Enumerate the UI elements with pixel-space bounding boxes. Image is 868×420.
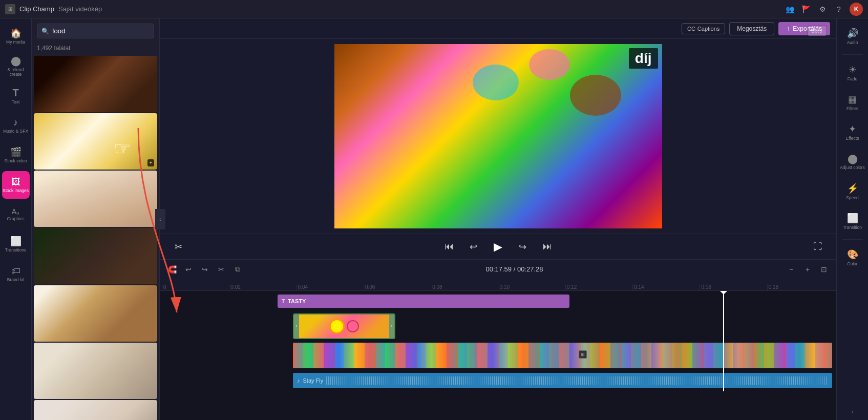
flag-icon[interactable]: 🚩 xyxy=(800,4,812,15)
cut-button[interactable]: ✂ xyxy=(215,263,227,276)
right-panel-item-filters[interactable]: ▦ Filters xyxy=(839,89,866,116)
clip-thumbnail xyxy=(299,314,389,338)
video-overlay-text: díj xyxy=(629,48,658,69)
transition-icon: ⬜ xyxy=(847,213,858,224)
timeline-ruler: 0 0:02 0:04 0:06 0:08 0:10 0:12 0:14 0:1… xyxy=(160,279,836,291)
record-icon: ⬤ xyxy=(11,55,21,67)
right-panel-item-color[interactable]: 🎨 Color xyxy=(839,244,866,271)
share-button[interactable]: Megosztás xyxy=(729,22,774,35)
play-button[interactable]: ▶ xyxy=(490,239,506,255)
video-clip-track: ⋮ ⋮ xyxy=(160,311,836,341)
right-panel-item-fade[interactable]: ☀ Fade xyxy=(839,59,866,87)
right-panel-item-effects[interactable]: ✦ Effects xyxy=(839,118,866,146)
clip-handle-left[interactable]: ⋮ xyxy=(294,314,299,338)
search-area: 🔍 xyxy=(32,18,159,44)
ruler-mark: 0:06 xyxy=(364,284,431,290)
separator-2 xyxy=(842,239,863,240)
sidebar-item-brand-kit[interactable]: 🏷 Brand kit xyxy=(2,260,30,288)
topbar: ⊞ Clip Champ Saját videókép 👥 🚩 ⚙ ? K xyxy=(0,0,868,18)
brand-kit-label: Brand kit xyxy=(7,278,25,282)
color-icon: 🎨 xyxy=(847,249,858,260)
audio-track-bar[interactable]: ♪ Stay Fly xyxy=(293,373,832,388)
clip-handle-right[interactable]: ⋮ xyxy=(389,314,394,338)
video-split-marker: ⊞ xyxy=(578,341,588,368)
my-media-icon: 🏠 xyxy=(10,28,22,39)
duplicate-button[interactable]: ⧉ xyxy=(231,263,244,276)
redo-button[interactable]: ↪ xyxy=(199,263,211,276)
split-icon[interactable]: ✂ xyxy=(170,239,186,255)
right-panel-collapse[interactable]: › xyxy=(852,407,854,420)
audio-label: Audio xyxy=(847,40,858,45)
help-icon[interactable]: ? xyxy=(833,4,844,15)
zoom-out-button[interactable]: − xyxy=(785,263,797,276)
sidebar-item-text[interactable]: T Text xyxy=(2,82,30,110)
graphics-icon: Aᵤ xyxy=(12,207,19,216)
list-item[interactable] xyxy=(34,56,157,112)
fade-label: Fade xyxy=(848,76,857,81)
audio-icon: 🔊 xyxy=(847,28,858,39)
sidebar-item-stock-video[interactable]: 🎬 Stock video xyxy=(2,141,30,169)
aspect-ratio-badge[interactable]: 16:9 xyxy=(807,26,827,36)
donut-image: díj xyxy=(334,44,662,228)
skip-forward-button[interactable]: ⏭ xyxy=(539,239,556,255)
video-title: Saját videókép xyxy=(58,5,102,13)
ruler-mark: 0:14 xyxy=(632,284,700,290)
filters-icon: ▦ xyxy=(848,94,857,105)
right-panel-item-audio[interactable]: 🔊 Audio xyxy=(839,23,866,50)
main-video-inner xyxy=(293,343,832,368)
right-panel-item-adjust-colors[interactable]: ⬤ Adjust colors xyxy=(839,148,866,176)
stock-images-icon: 🖼 xyxy=(11,177,20,187)
collapse-sidebar-button[interactable]: ‹ xyxy=(155,209,165,229)
sidebar-item-record[interactable]: ⬤ & rekordcreate xyxy=(2,52,30,80)
action-bar: CC Captions Megosztás ↑ Exportálás xyxy=(160,18,836,39)
captions-icon: CC xyxy=(687,26,695,32)
search-input[interactable] xyxy=(52,27,150,35)
search-icon: 🔍 xyxy=(41,28,49,35)
people-icon[interactable]: 👥 xyxy=(784,4,795,15)
fullscreen-button[interactable]: ⛶ xyxy=(810,239,826,255)
audio-waveform xyxy=(326,376,828,385)
zoom-in-button[interactable]: + xyxy=(801,263,814,276)
list-item[interactable] xyxy=(34,343,157,399)
forward-button[interactable]: ↪ xyxy=(515,239,531,255)
ruler-mark: 0:10 xyxy=(498,284,565,290)
transitions-label: Transitions xyxy=(5,248,26,253)
playhead[interactable] xyxy=(723,291,724,391)
skip-back-button[interactable]: ⏮ xyxy=(441,239,457,255)
search-box[interactable]: 🔍 xyxy=(37,24,154,38)
fade-icon: ☀ xyxy=(849,64,857,75)
video-clip[interactable]: ⋮ ⋮ xyxy=(293,313,395,339)
right-panel: 🔊 Audio ☀ Fade ▦ Filters ✦ Effects ⬤ Adj… xyxy=(836,18,868,420)
video-preview-section: díj 16:9 xyxy=(160,39,836,234)
captions-button[interactable]: CC Captions xyxy=(682,23,725,34)
list-item[interactable]: + Hozzáadás az ütemtervhez xyxy=(34,113,157,170)
speed-icon: ⚡ xyxy=(847,183,858,194)
sidebar-item-transitions[interactable]: ⬜ Transitions xyxy=(2,230,30,258)
sidebar-item-music[interactable]: ♪ Music & SFX xyxy=(2,112,30,139)
user-avatar[interactable]: K xyxy=(850,3,863,16)
sidebar-item-graphics[interactable]: Aᵤ Graphics xyxy=(2,201,30,228)
list-item[interactable] xyxy=(34,400,157,420)
color-label: Color xyxy=(847,261,857,266)
settings-icon[interactable]: ⚙ xyxy=(817,4,828,15)
adjust-colors-label: Adjust colors xyxy=(840,165,865,170)
transition-label: Transition xyxy=(843,225,862,230)
rewind-button[interactable]: ↩ xyxy=(465,239,482,255)
ruler-mark: 0:18 xyxy=(767,284,834,290)
magnet-tool[interactable]: 🧲 xyxy=(166,263,178,276)
app-grid-icon[interactable]: ⊞ xyxy=(5,4,15,14)
list-item[interactable] xyxy=(34,171,157,227)
main-video-strip[interactable] xyxy=(293,343,832,368)
text-track-bar[interactable]: T TASTY xyxy=(278,295,569,308)
text-track-icon: T xyxy=(282,299,285,304)
sidebar-item-stock-images[interactable]: 🖼 Stock images xyxy=(2,171,30,199)
app-name: Clip Champ xyxy=(19,5,54,13)
timeline-tracks: T TASTY ⋮ ⋮ xyxy=(160,291,836,420)
list-item[interactable] xyxy=(34,285,157,342)
list-item[interactable] xyxy=(34,228,157,284)
right-panel-item-speed[interactable]: ⚡ Speed xyxy=(839,178,866,205)
fit-timeline-button[interactable]: ⊡ xyxy=(818,263,830,276)
undo-button[interactable]: ↩ xyxy=(182,263,195,276)
right-panel-item-transition[interactable]: ⬜ Transition xyxy=(839,207,866,235)
sidebar-item-my-media[interactable]: 🏠 My media xyxy=(2,23,30,50)
